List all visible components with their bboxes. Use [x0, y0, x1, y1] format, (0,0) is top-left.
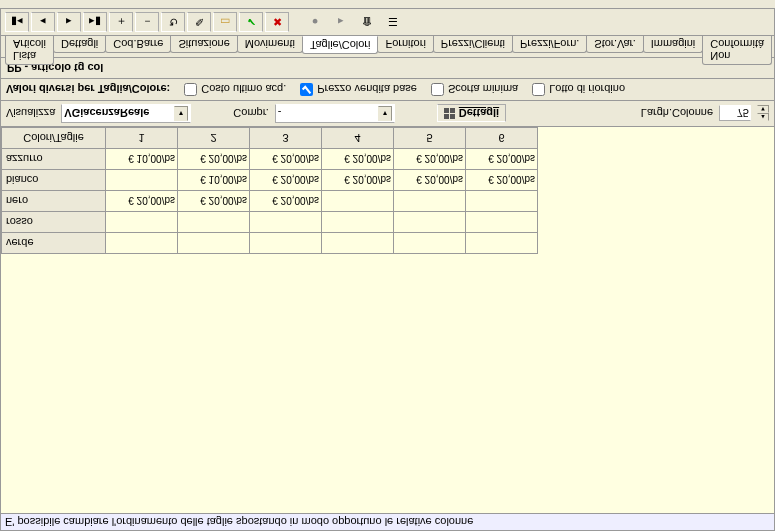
- nav-next-button[interactable]: ▸: [57, 12, 81, 32]
- tab-taglie-colori[interactable]: Taglie/Colori: [302, 36, 379, 54]
- visualizza-select[interactable]: VGiacenzaReale ▾: [61, 104, 191, 123]
- grid-corner: Colori/Taglie: [2, 128, 106, 149]
- col-header[interactable]: 6: [466, 128, 538, 149]
- cb-scorta[interactable]: Scorta minima: [431, 83, 518, 96]
- grid-cell[interactable]: [322, 212, 394, 233]
- cb-prezzo-input[interactable]: [300, 83, 313, 96]
- grid-cell[interactable]: [106, 233, 178, 254]
- nav-play-button[interactable]: ▸: [329, 12, 353, 32]
- nav-prev-button[interactable]: ◂: [31, 12, 55, 32]
- tab-movimenti[interactable]: Movimenti: [237, 36, 303, 53]
- grid-cell[interactable]: € 20,00/bs: [322, 149, 394, 170]
- tab-immagini[interactable]: Immagini: [643, 36, 704, 53]
- nav-add-button[interactable]: ＋: [109, 12, 133, 32]
- col-header[interactable]: 1: [106, 128, 178, 149]
- col-header[interactable]: 3: [250, 128, 322, 149]
- grid-cell[interactable]: € 20,00/bs: [394, 170, 466, 191]
- col-header[interactable]: 5: [394, 128, 466, 149]
- cb-prezzo[interactable]: Prezzo vendita base: [300, 83, 417, 96]
- row-header: azzurro: [2, 149, 106, 170]
- first-icon: ▮◂: [11, 16, 23, 29]
- grid-cell[interactable]: [178, 212, 250, 233]
- cb-lotto-input[interactable]: [532, 83, 545, 96]
- compr-label: Compr.: [233, 108, 268, 120]
- tab-lista-articoli[interactable]: Lista Articoli: [5, 36, 54, 65]
- nav-properties-button[interactable]: ☰: [381, 12, 405, 32]
- article-title-bar: PP - articolo tg col: [0, 57, 775, 78]
- hint-bar: E' possibile cambiare l'ordinamento dell…: [0, 513, 775, 531]
- grid-cell[interactable]: € 10,00/bs: [178, 170, 250, 191]
- grid-cell[interactable]: € 20,00/bs: [178, 149, 250, 170]
- tab-non-conformita[interactable]: Non Conformità: [702, 36, 772, 65]
- next-icon: ▸: [66, 16, 72, 29]
- minus-icon: －: [142, 15, 153, 30]
- tabs-row: Lista Articoli Dettagli Cod.Barre Situaz…: [0, 35, 775, 57]
- visualizza-value: VGiacenzaReale: [64, 108, 171, 120]
- grid-cell[interactable]: € 20,00/bs: [178, 191, 250, 212]
- dettagli-button[interactable]: Dettagli: [437, 105, 506, 123]
- grid-cell[interactable]: [394, 191, 466, 212]
- col-header[interactable]: 4: [322, 128, 394, 149]
- grid-cell[interactable]: [322, 233, 394, 254]
- dettagli-label: Dettagli: [459, 108, 499, 120]
- nav-record-button[interactable]: ●: [303, 12, 327, 32]
- grid-cell[interactable]: [394, 233, 466, 254]
- grid-cell[interactable]: € 10,00/bs: [106, 149, 178, 170]
- grid-cell[interactable]: € 20,00/bs: [466, 149, 538, 170]
- nav-cancel-button[interactable]: ✖: [265, 12, 289, 32]
- compr-select[interactable]: - ▾: [275, 104, 395, 123]
- grid-cell[interactable]: [178, 233, 250, 254]
- tab-prezzi-forn[interactable]: Prezzi/Forn.: [512, 36, 587, 53]
- nav-edit-button[interactable]: ✎: [187, 12, 211, 32]
- grid-cell[interactable]: [466, 233, 538, 254]
- spin-down-icon[interactable]: ▼: [757, 106, 769, 114]
- grid-cell[interactable]: € 20,00/bs: [394, 149, 466, 170]
- size-color-grid[interactable]: verde rosso nero € 20,00/bs € 20,00/bs €…: [1, 127, 538, 254]
- tab-dettagli[interactable]: Dettagli: [53, 36, 106, 53]
- grid-cell[interactable]: € 20,00/bs: [250, 170, 322, 191]
- nav-last-button[interactable]: ▸▮: [83, 12, 107, 32]
- grid-cell[interactable]: [466, 212, 538, 233]
- grid-cell[interactable]: [322, 191, 394, 212]
- visualizza-label: Visualizza: [6, 108, 55, 120]
- grid-cell[interactable]: € 20,00/bs: [106, 191, 178, 212]
- nav-save-button[interactable]: ▭: [213, 12, 237, 32]
- cb-scorta-input[interactable]: [431, 83, 444, 96]
- chevron-down-icon[interactable]: ▾: [378, 106, 392, 121]
- nav-confirm-button[interactable]: ✔: [239, 12, 263, 32]
- nav-first-button[interactable]: ▮◂: [5, 12, 29, 32]
- grid-cell[interactable]: € 20,00/bs: [250, 149, 322, 170]
- tab-prezzi-clienti[interactable]: Prezzi/Clienti: [433, 36, 513, 53]
- cb-costo-input[interactable]: [184, 83, 197, 96]
- valori-diversi-title: Valori diversi per Taglia/Colore:: [6, 84, 170, 96]
- tab-situazione[interactable]: Situazione: [170, 36, 237, 53]
- grid-cell[interactable]: € 20,00/bs: [322, 170, 394, 191]
- grid-cell[interactable]: [394, 212, 466, 233]
- nav-delete-button[interactable]: 🗑: [355, 12, 379, 32]
- largh-colonne-spinner[interactable]: ▲ ▼: [757, 106, 769, 122]
- cb-costo[interactable]: Costo ultimo acq.: [184, 83, 286, 96]
- row-header: bianco: [2, 170, 106, 191]
- grid-cell[interactable]: € 20,00/bs: [250, 191, 322, 212]
- grid-cell[interactable]: [466, 191, 538, 212]
- refresh-icon: ↻: [169, 16, 178, 29]
- grid-cell[interactable]: [250, 233, 322, 254]
- chevron-down-icon[interactable]: ▾: [174, 106, 188, 121]
- grid-cell[interactable]: [106, 170, 178, 191]
- grid-area: verde rosso nero € 20,00/bs € 20,00/bs €…: [0, 126, 775, 513]
- cb-lotto[interactable]: Lotto di riordino: [532, 83, 625, 96]
- folder-icon: ▭: [220, 16, 230, 29]
- largh-colonne-input[interactable]: [719, 106, 751, 122]
- tab-cod-barre[interactable]: Cod.Barre: [105, 36, 171, 53]
- last-icon: ▸▮: [89, 16, 101, 29]
- grid-cell[interactable]: [106, 212, 178, 233]
- grid-cell[interactable]: [250, 212, 322, 233]
- grid-cell[interactable]: € 20,00/bs: [466, 170, 538, 191]
- tab-fornitori[interactable]: Fornitori: [377, 36, 433, 53]
- col-header[interactable]: 2: [178, 128, 250, 149]
- nav-refresh-button[interactable]: ↻: [161, 12, 185, 32]
- spin-up-icon[interactable]: ▲: [757, 114, 769, 122]
- tab-stor-var[interactable]: Stor.Var.: [586, 36, 643, 53]
- nav-remove-button[interactable]: －: [135, 12, 159, 32]
- plus-icon: ＋: [116, 15, 127, 30]
